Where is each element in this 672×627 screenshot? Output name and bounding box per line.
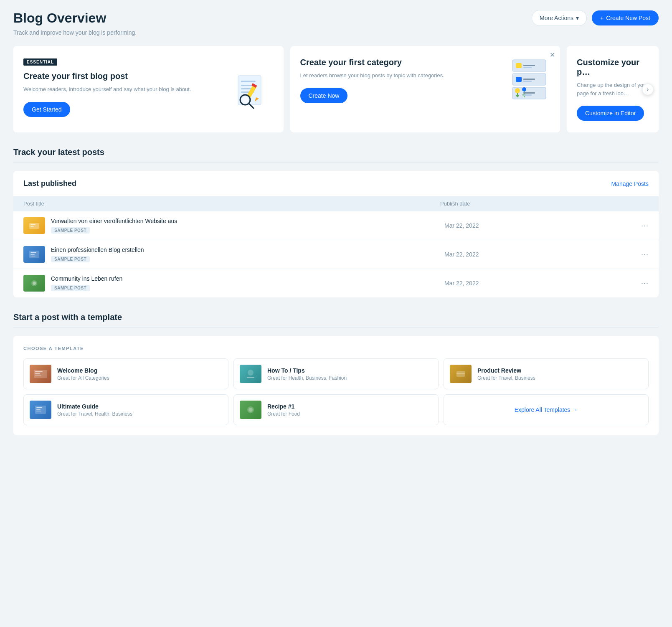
template-info-1: Welcome Blog Great for All Categories bbox=[57, 367, 109, 381]
header-left: Blog Overview bbox=[13, 10, 106, 26]
svg-rect-1 bbox=[241, 81, 256, 82]
template-name-3: Product Review bbox=[477, 367, 535, 374]
svg-rect-14 bbox=[516, 63, 522, 68]
template-card-guide[interactable]: Ultimate Guide Great for Travel, Health,… bbox=[23, 394, 228, 425]
svg-rect-33 bbox=[30, 254, 35, 255]
template-card-welcome[interactable]: Welcome Blog Great for All Categories bbox=[23, 358, 228, 389]
post-date-2: Mar 22, 2022 bbox=[444, 251, 641, 258]
post-actions-menu-1[interactable]: ··· bbox=[641, 221, 649, 230]
card-content: Create your first category Let readers b… bbox=[300, 58, 550, 103]
posts-panel: Last published Manage Posts Post title P… bbox=[13, 171, 659, 297]
svg-point-24 bbox=[516, 95, 519, 96]
customize-in-editor-button[interactable]: Customize in Editor bbox=[577, 106, 644, 121]
track-section: Track your latest posts Last published M… bbox=[13, 147, 659, 297]
template-section: Start a post with a template CHOOSE A TE… bbox=[13, 312, 659, 435]
blog-post-illustration bbox=[232, 71, 274, 113]
template-heading: Start a post with a template bbox=[13, 312, 659, 322]
close-card-button[interactable]: ✕ bbox=[550, 51, 555, 59]
track-heading: Track your latest posts bbox=[13, 147, 659, 157]
svg-rect-46 bbox=[36, 407, 42, 408]
col-date: Publish date bbox=[440, 201, 649, 207]
post-thumbnail-3 bbox=[23, 275, 45, 292]
post-info-2: Einen professionellen Blog erstellen SAM… bbox=[51, 246, 444, 262]
svg-rect-43 bbox=[456, 371, 465, 377]
svg-rect-27 bbox=[523, 94, 532, 96]
svg-rect-40 bbox=[35, 375, 41, 376]
svg-rect-18 bbox=[523, 79, 535, 80]
svg-rect-47 bbox=[36, 409, 41, 410]
sample-badge-3: SAMPLE POST bbox=[51, 285, 90, 291]
post-actions-menu-3[interactable]: ··· bbox=[641, 279, 649, 288]
page-title: Blog Overview bbox=[13, 10, 106, 26]
svg-rect-48 bbox=[36, 411, 41, 411]
post-info-3: Community ins Leben rufen SAMPLE POST bbox=[51, 275, 444, 291]
template-info-5: Recipe #1 Great for Food bbox=[267, 403, 300, 417]
intro-card-create-category: ✕ Create your first category Let readers… bbox=[290, 46, 560, 132]
get-started-button[interactable]: Get Started bbox=[23, 102, 70, 117]
card-desc: Let readers browse your blog posts by to… bbox=[300, 71, 504, 80]
svg-rect-42 bbox=[247, 377, 254, 378]
template-name-4: Ultimate Guide bbox=[57, 403, 132, 410]
post-title-3: Community ins Leben rufen bbox=[51, 275, 444, 282]
header-actions: More Actions + Create New Post bbox=[532, 10, 659, 26]
svg-rect-29 bbox=[30, 224, 36, 225]
template-info-2: How To / Tips Great for Health, Business… bbox=[267, 367, 347, 381]
template-desc-4: Great for Travel, Health, Business bbox=[57, 411, 132, 417]
svg-rect-3 bbox=[241, 88, 251, 89]
svg-rect-39 bbox=[35, 373, 40, 374]
create-now-button[interactable]: Create Now bbox=[300, 88, 348, 103]
template-card-howto[interactable]: How To / Tips Great for Health, Business… bbox=[233, 358, 439, 389]
sample-badge-1: SAMPLE POST bbox=[51, 227, 90, 234]
template-name-2: How To / Tips bbox=[267, 367, 347, 374]
svg-rect-17 bbox=[516, 77, 522, 82]
card-title: Create your first blog post bbox=[23, 71, 227, 81]
card-content: Create your first blog post Welcome read… bbox=[23, 71, 274, 117]
svg-rect-26 bbox=[523, 92, 535, 94]
template-card-recipe[interactable]: Recipe #1 Great for Food bbox=[233, 394, 439, 425]
svg-point-22 bbox=[522, 87, 526, 91]
post-date-1: Mar 22, 2022 bbox=[444, 222, 641, 229]
svg-rect-45 bbox=[35, 406, 46, 414]
posts-panel-header: Last published Manage Posts bbox=[13, 171, 659, 196]
more-actions-button[interactable]: More Actions bbox=[532, 10, 587, 26]
post-title-2: Einen professionellen Blog erstellen bbox=[51, 246, 444, 253]
svg-point-50 bbox=[249, 408, 253, 412]
template-name-5: Recipe #1 bbox=[267, 403, 300, 410]
card-desc: Change up the design of your page for a … bbox=[577, 81, 649, 97]
template-desc-1: Great for All Categories bbox=[57, 375, 109, 381]
table-row: Community ins Leben rufen SAMPLE POST Ma… bbox=[13, 269, 659, 297]
next-card-arrow[interactable]: › bbox=[642, 84, 654, 95]
explore-templates-link[interactable]: Explore All Templates → bbox=[515, 406, 578, 413]
template-card-product[interactable]: Product Review Great for Travel, Busines… bbox=[444, 358, 649, 389]
templates-panel: CHOOSE A TEMPLATE Welcome Blog Great for… bbox=[13, 336, 659, 435]
more-actions-label: More Actions bbox=[540, 15, 573, 21]
create-post-button[interactable]: + Create New Post bbox=[592, 10, 659, 25]
essential-badge: ESSENTIAL bbox=[23, 58, 57, 66]
post-info-1: Verwalten von einer veröffentlichten Web… bbox=[51, 218, 444, 234]
table-header: Post title Publish date bbox=[13, 196, 659, 211]
svg-rect-15 bbox=[523, 65, 535, 66]
template-desc-3: Great for Travel, Business bbox=[477, 375, 535, 381]
template-thumb-4 bbox=[30, 401, 51, 419]
col-title: Post title bbox=[23, 201, 440, 207]
template-name-1: Welcome Blog bbox=[57, 367, 109, 374]
intro-card-customize: › Customize your p… Change up the design… bbox=[567, 46, 659, 132]
posts-panel-title: Last published bbox=[23, 179, 76, 188]
explore-templates-card[interactable]: Explore All Templates → bbox=[444, 394, 649, 425]
svg-rect-16 bbox=[523, 67, 532, 68]
page-subtitle: Track and improve how your blog is perfo… bbox=[13, 29, 659, 36]
post-actions-menu-2[interactable]: ··· bbox=[641, 250, 649, 259]
card-title: Create your first category bbox=[300, 58, 504, 67]
manage-posts-link[interactable]: Manage Posts bbox=[611, 180, 649, 187]
template-thumb-1 bbox=[30, 365, 51, 383]
card-text: Create your first category Let readers b… bbox=[300, 58, 504, 103]
table-row: Einen professionellen Blog erstellen SAM… bbox=[13, 240, 659, 269]
card-desc: Welcome readers, introduce yourself and … bbox=[23, 85, 227, 94]
post-date-3: Mar 22, 2022 bbox=[444, 280, 641, 287]
svg-point-9 bbox=[242, 96, 249, 103]
svg-rect-32 bbox=[30, 252, 36, 253]
svg-point-41 bbox=[248, 370, 254, 376]
svg-rect-28 bbox=[29, 223, 39, 229]
card-text: Create your first blog post Welcome read… bbox=[23, 71, 227, 117]
svg-rect-34 bbox=[30, 256, 36, 256]
